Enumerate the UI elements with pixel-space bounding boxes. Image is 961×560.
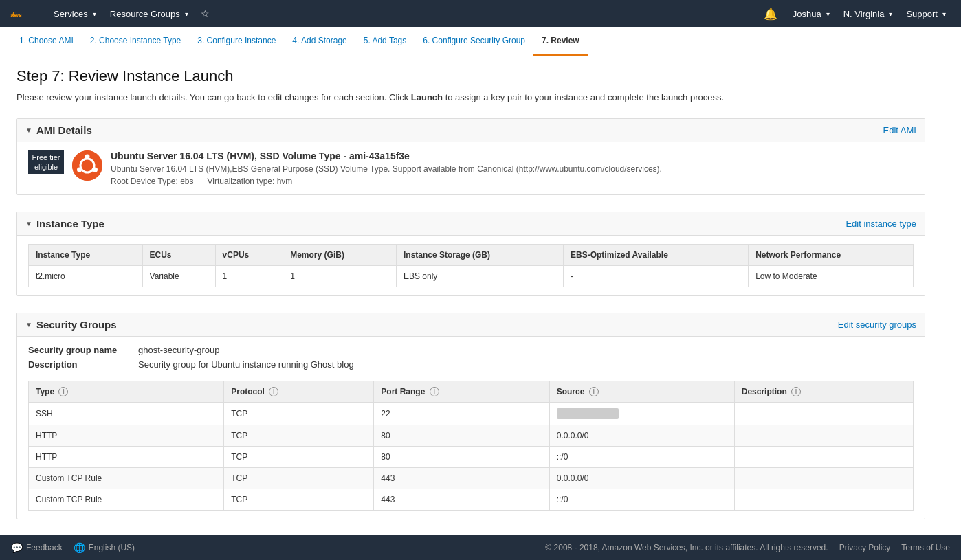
sg-chevron-icon: ▼ [25,321,32,328]
resource-groups-caret: ▾ [185,10,188,18]
region-menu[interactable]: N. Virginia ▾ [837,9,900,19]
wizard-step-1[interactable]: 1. Choose AMI [11,27,82,56]
cell-memory: 1 [283,265,397,287]
cell-description [734,489,913,511]
chat-icon: 💬 [11,542,23,553]
privacy-policy-link[interactable]: Privacy Policy [839,543,891,552]
col-storage: Instance Storage (GB) [396,244,563,265]
feedback-item[interactable]: 💬 Feedback [11,542,63,553]
cell-vcpus: 1 [215,265,283,287]
user-caret: ▾ [826,10,830,18]
svg-point-3 [85,154,90,159]
ami-details-header: ▼ AMI Details Edit AMI [17,119,925,142]
cell-protocol: TCP [224,447,374,468]
port-info-icon: i [430,387,439,396]
col-port-range: Port Range i [374,381,549,403]
cell-ebs-opt: - [564,265,749,287]
instance-type-chevron-icon: ▼ [25,220,32,227]
sg-name-value: ghost-security-group [138,345,220,355]
svg-text:aws: aws [10,12,22,19]
col-type: Type i [29,381,224,403]
cell-source: ::/0 [549,447,734,468]
instance-type-table: Instance Type ECUs vCPUs Memory (GiB) In… [28,244,914,287]
terms-of-use-link[interactable]: Terms of Use [901,543,950,552]
wizard-step-6[interactable]: 6. Configure Security Group [415,27,533,56]
cell-type: SSH [29,403,224,425]
instance-type-header: ▼ Instance Type Edit instance type [17,212,925,236]
col-ebs-opt: EBS-Optimized Available [564,244,749,265]
cell-network: Low to Moderate [749,265,914,287]
sg-description-label: Description [28,359,138,370]
cell-source: ::/0 [549,489,734,511]
services-nav[interactable]: Services ▾ [47,0,103,27]
cell-description [734,447,913,468]
col-instance-type: Instance Type [29,244,143,265]
bottom-bar-right: © 2008 - 2018, Amazon Web Services, Inc.… [545,543,950,552]
sg-rules-table: Type i Protocol i Port Range i Source [28,381,914,511]
cell-description [734,425,913,447]
svg-point-4 [77,167,82,172]
sg-description-row: Description Security group for Ubuntu in… [28,359,914,370]
col-ecus: ECUs [142,244,215,265]
wizard-step-4[interactable]: 4. Add Storage [284,27,355,56]
type-info-icon: i [58,387,68,396]
cell-storage: EBS only [396,265,563,287]
sg-body: Security group name ghost-security-group… [17,337,925,519]
wizard-step-7[interactable]: 7. Review [533,27,588,56]
support-menu[interactable]: Support ▾ [899,9,953,19]
notifications-icon[interactable]: 🔔 [755,8,786,21]
resource-groups-nav[interactable]: Resource Groups ▾ [103,0,195,27]
edit-instance-type-link[interactable]: Edit instance type [846,219,916,229]
user-menu[interactable]: Joshua ▾ [786,9,837,19]
wizard-step-2[interactable]: 2. Choose Instance Type [82,27,190,56]
cell-type: HTTP [29,425,224,447]
main-content: Step 7: Review Instance Launch Please re… [0,56,942,547]
cell-type: Custom TCP Rule [29,489,224,511]
table-row: t2.micro Variable 1 1 EBS only - Low to … [29,265,914,287]
ami-details-section: ▼ AMI Details Edit AMI Free tier eligibl… [16,118,925,195]
bookmarks-nav[interactable]: ☆ [195,0,215,27]
source-info-icon: i [589,387,599,396]
wizard-steps: 1. Choose AMI 2. Choose Instance Type 3.… [0,27,961,56]
cell-port: 80 [374,447,549,468]
instance-type-table-wrapper: Instance Type ECUs vCPUs Memory (GiB) In… [17,236,925,295]
edit-security-groups-link[interactable]: Edit security groups [838,320,916,330]
free-tier-badge: Free tier eligible [28,150,64,175]
ami-desc: Ubuntu Server 16.04 LTS (HVM),EBS Genera… [111,164,914,174]
security-groups-title: ▼ Security Groups [25,319,117,331]
cell-port: 80 [374,425,549,447]
ami-details-title: ▼ AMI Details [25,124,92,136]
sg-table-row: SSH TCP 22 xxx.xxx.xxx.xxx [29,403,914,425]
page-subtitle: Please review your instance launch detai… [16,91,925,104]
services-caret: ▾ [93,10,96,18]
sg-table-row: Custom TCP Rule TCP 443 ::/0 [29,489,914,511]
globe-icon: 🌐 [74,542,85,553]
language-item[interactable]: 🌐 English (US) [74,542,135,553]
cell-source: 0.0.0.0/0 [549,425,734,447]
instance-type-section: ▼ Instance Type Edit instance type Insta… [16,212,925,296]
cell-port: 443 [374,489,549,511]
bottom-bar: 💬 Feedback 🌐 English (US) © 2008 - 2018,… [0,535,961,560]
cell-protocol: TCP [224,425,374,447]
instance-type-title: ▼ Instance Type [25,218,104,229]
cell-protocol: TCP [224,489,374,511]
col-vcpus: vCPUs [215,244,283,265]
sg-table-row: Custom TCP Rule TCP 443 0.0.0.0/0 [29,468,914,489]
security-groups-section: ▼ Security Groups Edit security groups S… [16,313,925,520]
col-source: Source i [549,381,734,403]
bottom-bar-left: 💬 Feedback 🌐 English (US) [11,542,135,553]
bookmark-icon: ☆ [201,8,210,19]
col-memory: Memory (GiB) [283,244,397,265]
ami-name: Ubuntu Server 16.04 LTS (HVM), SSD Volum… [111,150,914,161]
col-sg-description: Description i [734,381,913,403]
cell-source: 0.0.0.0/0 [549,468,734,489]
cell-protocol: TCP [224,468,374,489]
edit-ami-link[interactable]: Edit AMI [883,125,916,135]
cell-instance-type: t2.micro [29,265,143,287]
sg-table-row: HTTP TCP 80 ::/0 [29,447,914,468]
support-caret: ▾ [942,10,946,18]
wizard-step-3[interactable]: 3. Configure Instance [189,27,284,56]
svg-point-5 [93,167,98,172]
cell-description [734,403,913,425]
wizard-step-5[interactable]: 5. Add Tags [355,27,415,56]
